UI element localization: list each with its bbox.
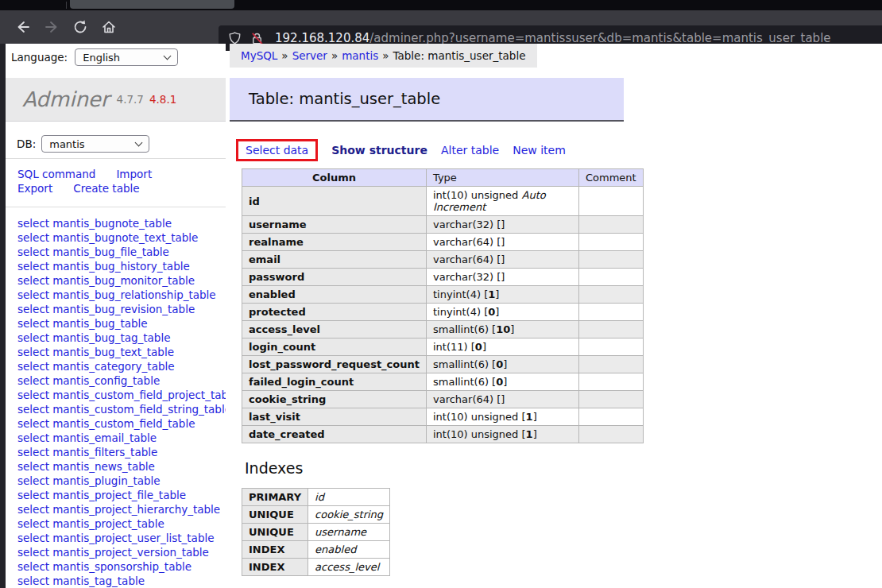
select-link[interactable]: select bbox=[17, 560, 49, 573]
column-comment bbox=[578, 251, 643, 269]
table-list-item: selectmantis_plugin_table bbox=[17, 474, 226, 488]
select-link[interactable]: select bbox=[17, 317, 49, 330]
back-button[interactable] bbox=[11, 15, 35, 39]
tab-alter-table[interactable]: Alter table bbox=[441, 144, 499, 157]
select-link[interactable]: select bbox=[17, 331, 49, 344]
index-row: INDEXaccess_level bbox=[242, 559, 390, 576]
table-link-mantis-plugin-table[interactable]: mantis_plugin_table bbox=[52, 474, 161, 487]
table-link-mantis-bug-relationship-table[interactable]: mantis_bug_relationship_table bbox=[52, 288, 216, 301]
select-link[interactable]: select bbox=[17, 446, 49, 458]
select-link[interactable]: select bbox=[17, 246, 49, 258]
table-link-mantis-custom-field-project-table[interactable]: mantis_custom_field_project_table bbox=[52, 389, 226, 401]
select-link[interactable]: select bbox=[17, 288, 49, 301]
column-comment bbox=[578, 391, 643, 408]
table-link-mantis-bug-history-table[interactable]: mantis_bug_history_table bbox=[52, 260, 190, 273]
select-link[interactable]: select bbox=[17, 417, 49, 430]
breadcrumb-link-mantis[interactable]: mantis bbox=[342, 49, 378, 62]
sidebar-actions: SQL commandImportExportCreate table bbox=[17, 167, 226, 195]
language-select-value: English bbox=[83, 52, 120, 64]
tab-select-data[interactable]: Select data bbox=[246, 144, 308, 157]
page-title: Table: mantis_user_table bbox=[249, 90, 440, 108]
browser-tab[interactable] bbox=[70, 0, 234, 9]
db-select[interactable]: mantis bbox=[41, 135, 149, 153]
select-link[interactable]: select bbox=[17, 231, 49, 244]
table-row: protectedtinyint(4) [0] bbox=[242, 304, 644, 321]
action-row: SQL commandImport bbox=[17, 167, 226, 181]
home-button[interactable] bbox=[97, 15, 121, 39]
select-link[interactable]: select bbox=[17, 389, 49, 401]
select-link[interactable]: select bbox=[17, 503, 49, 516]
select-link[interactable]: select bbox=[17, 217, 49, 230]
table-link-mantis-bug-table[interactable]: mantis_bug_table bbox=[52, 317, 147, 330]
table-link-mantis-news-table[interactable]: mantis_news_table bbox=[52, 460, 155, 473]
chevron-down-icon bbox=[164, 52, 172, 60]
table-link-mantis-bug-revision-table[interactable]: mantis_bug_revision_table bbox=[52, 303, 195, 315]
table-link-mantis-project-file-table[interactable]: mantis_project_file_table bbox=[52, 489, 186, 501]
tab-separator bbox=[66, 2, 67, 9]
table-link-mantis-bugnote-table[interactable]: mantis_bugnote_table bbox=[52, 217, 172, 230]
sql-command-link[interactable]: SQL command bbox=[17, 168, 95, 180]
table-link-mantis-tag-table[interactable]: mantis_tag_table bbox=[52, 574, 145, 587]
select-link[interactable]: select bbox=[17, 360, 49, 373]
table-link-mantis-config-table[interactable]: mantis_config_table bbox=[52, 374, 160, 387]
select-link[interactable]: select bbox=[17, 532, 49, 544]
select-link[interactable]: select bbox=[17, 303, 49, 315]
table-row: emailvarchar(64) [] bbox=[242, 251, 644, 269]
table-link-mantis-custom-field-table[interactable]: mantis_custom_field_table bbox=[52, 417, 195, 430]
export-link[interactable]: Export bbox=[17, 182, 52, 195]
table-link-mantis-project-table[interactable]: mantis_project_table bbox=[52, 517, 164, 530]
adminer-logo-link[interactable]: Adminer bbox=[22, 87, 110, 111]
select-link[interactable]: select bbox=[17, 274, 49, 287]
select-link[interactable]: select bbox=[17, 474, 49, 487]
select-link[interactable]: select bbox=[17, 546, 49, 559]
action-row: ExportCreate table bbox=[17, 181, 226, 195]
index-row: INDEXenabled bbox=[242, 541, 390, 559]
import-link[interactable]: Import bbox=[116, 168, 152, 180]
select-link[interactable]: select bbox=[17, 346, 49, 358]
table-link-mantis-project-version-table[interactable]: mantis_project_version_table bbox=[52, 546, 209, 559]
table-link-mantis-custom-field-string-table[interactable]: mantis_custom_field_string_table bbox=[52, 403, 226, 416]
select-link[interactable]: select bbox=[17, 517, 49, 530]
table-link-mantis-category-table[interactable]: mantis_category_table bbox=[52, 360, 174, 373]
select-link[interactable]: select bbox=[17, 460, 49, 473]
select-link[interactable]: select bbox=[17, 260, 49, 273]
column-type: int(10) unsigned [1] bbox=[426, 426, 578, 443]
adminer-new-version-link[interactable]: 4.8.1 bbox=[149, 93, 176, 106]
index-kind: UNIQUE bbox=[242, 524, 308, 541]
table-link-mantis-bug-text-table[interactable]: mantis_bug_text_table bbox=[52, 346, 174, 358]
table-list: selectmantis_bugnote_tableselectmantis_b… bbox=[17, 216, 226, 588]
select-link[interactable]: select bbox=[17, 431, 49, 444]
index-row: PRIMARYid bbox=[242, 489, 390, 506]
tab-new-item[interactable]: New item bbox=[513, 144, 566, 157]
reload-button[interactable] bbox=[68, 15, 92, 39]
table-link-mantis-bug-tag-table[interactable]: mantis_bug_tag_table bbox=[52, 331, 170, 344]
language-select[interactable]: English bbox=[75, 48, 178, 66]
table-link-mantis-project-hierarchy-table[interactable]: mantis_project_hierarchy_table bbox=[52, 503, 220, 516]
table-list-item: selectmantis_sponsorship_table bbox=[17, 559, 226, 574]
default-value: 0 bbox=[488, 306, 495, 318]
table-link-mantis-sponsorship-table[interactable]: mantis_sponsorship_table bbox=[52, 560, 191, 573]
table-link-mantis-filters-table[interactable]: mantis_filters_table bbox=[52, 446, 157, 458]
breadcrumb-link-server[interactable]: Server bbox=[292, 49, 327, 62]
column-name: password bbox=[242, 269, 427, 286]
structure-table: Column Type Comment idint(10) unsigned A… bbox=[242, 168, 644, 443]
select-link[interactable]: select bbox=[17, 403, 49, 416]
table-row: date_createdint(10) unsigned [1] bbox=[242, 426, 644, 443]
table-link-mantis-project-user-list-table[interactable]: mantis_project_user_list_table bbox=[52, 532, 214, 544]
forward-button[interactable] bbox=[40, 15, 64, 39]
table-link-mantis-email-table[interactable]: mantis_email_table bbox=[52, 431, 157, 444]
select-link[interactable]: select bbox=[17, 489, 49, 501]
table-list-item: selectmantis_bug_history_table bbox=[17, 259, 226, 273]
select-link[interactable]: select bbox=[17, 374, 49, 387]
breadcrumb-link-mysql[interactable]: MySQL bbox=[241, 49, 277, 62]
tab-show-structure[interactable]: Show structure bbox=[331, 144, 427, 157]
reload-icon bbox=[72, 19, 88, 35]
table-link-mantis-bugnote-text-table[interactable]: mantis_bugnote_text_table bbox=[52, 231, 198, 244]
column-name: failed_login_count bbox=[242, 373, 427, 391]
select-link[interactable]: select bbox=[17, 574, 49, 587]
create-table-link[interactable]: Create table bbox=[73, 182, 139, 195]
table-link-mantis-bug-file-table[interactable]: mantis_bug_file_table bbox=[52, 246, 169, 258]
column-name: login_count bbox=[242, 338, 427, 356]
index-kind: UNIQUE bbox=[242, 506, 308, 524]
table-link-mantis-bug-monitor-table[interactable]: mantis_bug_monitor_table bbox=[52, 274, 195, 287]
